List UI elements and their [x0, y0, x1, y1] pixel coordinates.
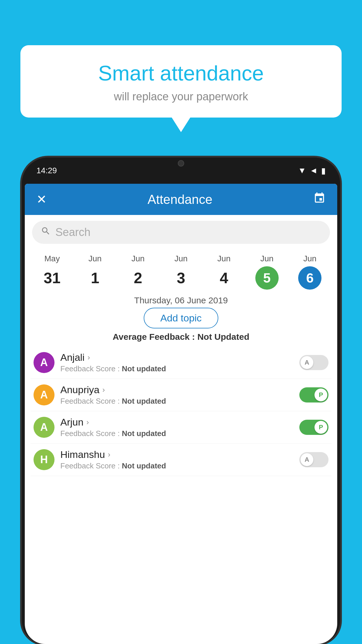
student-info: Anupriya › Feedback Score : Not updated	[60, 384, 294, 406]
student-feedback: Feedback Score : Not updated	[60, 461, 294, 470]
date-day-4: 4	[212, 266, 236, 290]
list-item[interactable]: H Himanshu › Feedback Score : Not update…	[31, 444, 331, 476]
student-info: Himanshu › Feedback Score : Not updated	[60, 449, 294, 470]
date-day-5: 5	[255, 266, 279, 290]
notch	[164, 158, 198, 169]
student-name: Himanshu ›	[60, 449, 294, 460]
selected-date-label: Thursday, 06 June 2019	[25, 295, 337, 305]
date-month-jun3: Jun	[174, 254, 187, 263]
student-info: Arjun › Feedback Score : Not updated	[60, 416, 294, 438]
date-col-jun2[interactable]: Jun 2	[126, 254, 150, 290]
student-name: Anupriya ›	[60, 384, 294, 396]
date-month-jun6: Jun	[303, 254, 317, 263]
avatar: A	[34, 352, 55, 373]
date-col-jun1[interactable]: Jun 1	[83, 254, 107, 290]
status-icons: ▼ ◄ ▮	[298, 166, 326, 176]
status-time: 14:29	[36, 166, 57, 175]
avg-feedback: Average Feedback : Not Updated	[25, 332, 337, 342]
student-feedback: Feedback Score : Not updated	[60, 429, 294, 438]
avatar: A	[34, 384, 55, 405]
student-feedback: Feedback Score : Not updated	[60, 397, 294, 406]
chevron-right-icon: ›	[108, 450, 110, 459]
avatar: A	[34, 417, 55, 438]
phone-top-bar: 14:29 ▼ ◄ ▮	[22, 158, 340, 184]
attendance-toggle[interactable]: A	[299, 452, 328, 467]
chevron-right-icon: ›	[102, 385, 105, 394]
date-col-jun5[interactable]: Jun 5	[255, 254, 279, 290]
date-day-3: 3	[169, 266, 193, 290]
student-info: Anjali › Feedback Score : Not updated	[60, 352, 294, 373]
search-placeholder: Search	[55, 226, 90, 239]
absent-toggle[interactable]: A	[299, 452, 328, 467]
date-day-31: 31	[41, 266, 64, 290]
app-header: ✕ Attendance	[25, 184, 337, 215]
date-col-may31[interactable]: May 31	[41, 254, 64, 290]
present-toggle[interactable]: P	[299, 420, 328, 435]
student-feedback: Feedback Score : Not updated	[60, 364, 294, 373]
date-month-jun4: Jun	[217, 254, 231, 263]
list-item[interactable]: A Anjali › Feedback Score : Not updated …	[31, 346, 331, 379]
date-day-1: 1	[83, 266, 107, 290]
toggle-circle: A	[301, 453, 313, 466]
bubble-title: Smart attendance	[38, 61, 324, 85]
date-col-jun4[interactable]: Jun 4	[212, 254, 236, 290]
date-day-2: 2	[126, 266, 150, 290]
avg-feedback-label: Average Feedback :	[113, 332, 195, 342]
close-button[interactable]: ✕	[36, 192, 47, 206]
add-topic-button[interactable]: Add topic	[144, 308, 218, 328]
attendance-toggle[interactable]: P	[299, 387, 328, 402]
list-item[interactable]: A Anupriya › Feedback Score : Not update…	[31, 379, 331, 411]
date-col-jun6[interactable]: Jun 6	[298, 254, 321, 290]
battery-icon: ▮	[321, 166, 326, 176]
date-month-may31: May	[44, 254, 60, 263]
date-month-jun1: Jun	[89, 254, 102, 263]
chevron-right-icon: ›	[86, 418, 89, 427]
avg-feedback-value: Not Updated	[197, 332, 249, 342]
date-month-jun2: Jun	[131, 254, 145, 263]
phone-frame: 14:29 ▼ ◄ ▮ ✕ Attendance	[22, 158, 340, 644]
date-col-jun3[interactable]: Jun 3	[169, 254, 193, 290]
calendar-icon[interactable]	[313, 192, 326, 207]
wifi-icon: ▼	[298, 166, 306, 175]
app-title: Attendance	[147, 192, 212, 207]
toggle-circle: A	[301, 356, 313, 369]
bubble-subtitle: will replace your paperwork	[38, 90, 324, 103]
avatar: H	[34, 449, 55, 470]
signal-icon: ◄	[310, 166, 318, 175]
student-name: Arjun ›	[60, 416, 294, 428]
present-toggle[interactable]: P	[299, 387, 328, 402]
attendance-toggle[interactable]: A	[299, 355, 328, 370]
chevron-right-icon: ›	[87, 353, 90, 362]
attendance-toggle[interactable]: P	[299, 420, 328, 435]
student-list: A Anjali › Feedback Score : Not updated …	[25, 346, 337, 476]
search-icon	[41, 226, 51, 239]
absent-toggle[interactable]: A	[299, 355, 328, 370]
toggle-circle: P	[314, 421, 327, 434]
search-bar[interactable]: Search	[32, 221, 330, 244]
toggle-circle: P	[314, 388, 327, 401]
speech-bubble: Smart attendance will replace your paper…	[20, 45, 342, 118]
camera-dot	[178, 160, 184, 167]
date-month-jun5: Jun	[260, 254, 273, 263]
student-name: Anjali ›	[60, 352, 294, 363]
date-strip: May 31 Jun 1 Jun 2 Jun 3 Jun 4 Jun 5	[25, 250, 337, 293]
date-day-6: 6	[298, 266, 321, 290]
list-item[interactable]: A Arjun › Feedback Score : Not updated P	[31, 411, 331, 444]
phone-screen: ✕ Attendance Search May 31	[25, 184, 337, 644]
